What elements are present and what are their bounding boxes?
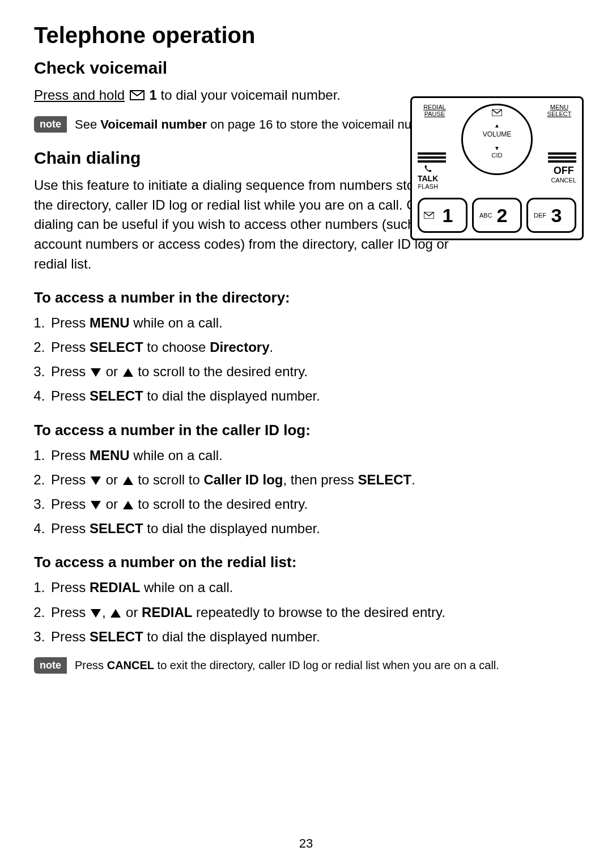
list-item: Press , or REDIAL repeatedly to browse t… [49,602,578,623]
list-item: Press or to scroll to Caller ID log, the… [49,469,578,490]
up-arrow-icon [123,501,133,509]
right-bars-icon [548,152,576,163]
down-arrow-icon [91,609,101,618]
off-cancel-label: OFF CANCEL [551,165,576,190]
cidlog-steps: Press MENU while on a call. Press or to … [34,445,578,539]
key-1: 1 [418,198,468,233]
digit-1: 1 [149,87,156,103]
mail-icon [130,86,144,106]
press-hold-text: Press and hold [34,87,125,103]
note-text: See Voicemail number on page 16 to store… [75,116,443,134]
message-icon [463,109,531,118]
chain-dialing-description: Use this feature to initiate a dialing s… [34,176,470,274]
cid-label: CID [463,152,531,159]
note-text: Press CANCEL to exit the directory, call… [75,657,499,673]
voicemail-suffix: to dial your voicemail number. [157,87,341,103]
redial-pause-label: REDIALPAUSE [418,104,452,117]
directory-steps: Press MENU while on a call. Press SELECT… [34,312,578,407]
dpad: ▲ VOLUME ▼ CID [461,104,533,175]
note-tag: note [34,657,67,674]
list-item: Press REDIAL while on a call. [49,577,578,598]
down-arrow-icon [91,476,101,485]
key-2: ABC 2 [472,198,522,233]
list-item: Press SELECT to choose Directory. [49,337,578,358]
note-cancel: note Press CANCEL to exit the directory,… [34,657,578,674]
up-arrow-icon [123,368,133,377]
heading-access-cidlog: To access a number in the caller ID log: [34,422,578,439]
heading-access-redial: To access a number on the redial list: [34,554,578,571]
up-arrow-icon: ▲ [463,122,531,129]
phone-icon [424,165,432,173]
page-title: Telephone operation [34,23,578,48]
volume-label: VOLUME [463,130,531,138]
list-item: Press MENU while on a call. [49,445,578,466]
talk-flash-label: TALK FLASH [418,165,438,190]
up-arrow-icon [123,476,133,485]
list-item: Press or to scroll to the desired entry. [49,493,578,514]
list-item: Press or to scroll to the desired entry. [49,361,578,382]
list-item: Press SELECT to dial the displayed numbe… [49,626,578,647]
list-item: Press SELECT to dial the displayed numbe… [49,385,578,406]
note-tag: note [34,116,67,133]
mail-icon [424,212,434,219]
up-arrow-icon [110,609,121,618]
redial-steps: Press REDIAL while on a call. Press , or… [34,577,578,647]
list-item: Press MENU while on a call. [49,312,578,333]
down-arrow-icon [91,368,101,377]
list-item: Press SELECT to dial the displayed numbe… [49,518,578,539]
heading-access-directory: To access a number in the directory: [34,289,578,307]
down-arrow-icon [91,501,101,509]
down-arrow-icon: ▼ [463,145,531,151]
key-3: DEF 3 [526,198,576,233]
phone-keypad-illustration: REDIALPAUSE ▲ VOLUME ▼ CID MENUSELECT [410,96,584,240]
menu-select-label: MENUSELECT [542,104,576,117]
section-check-voicemail: Check voicemail [34,58,482,78]
page-number: 23 [0,836,612,851]
left-bars-icon [418,152,446,163]
